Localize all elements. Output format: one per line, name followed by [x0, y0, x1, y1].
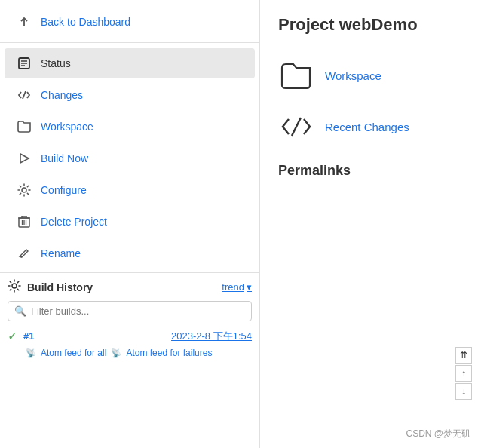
watermark: CSDN @梦无矶	[406, 428, 470, 440]
svg-point-14	[12, 284, 17, 288]
svg-line-5	[23, 91, 26, 99]
chevron-down-icon: ▾	[247, 281, 252, 293]
scroll-down-button[interactable]: ↓	[455, 383, 472, 400]
workspace-link-text[interactable]: Workspace	[325, 69, 381, 82]
main-content: Project webDemo Workspace	[260, 0, 478, 448]
code-icon	[17, 87, 32, 103]
sidebar-item-workspace[interactable]: Workspace	[5, 112, 255, 142]
feed-row: 📡 Atom feed for all 📡 Atom feed for fail…	[8, 346, 252, 360]
configure-label: Configure	[41, 184, 87, 196]
permalinks-title: Permalinks	[278, 163, 460, 179]
rename-label: Rename	[41, 247, 81, 259]
build-history-gear-icon	[8, 279, 21, 295]
scroll-arrows: ⇈ ↑ ↓	[455, 347, 472, 400]
svg-line-13	[20, 256, 22, 257]
folder-icon	[17, 119, 32, 134]
workspace-label: Workspace	[41, 121, 93, 133]
feed-icon-2: 📡	[111, 348, 121, 358]
success-icon: ✓	[8, 329, 17, 343]
build-history-section: Build History trend ▾ 🔍 ✓ #1 2023-2-8 下午…	[0, 272, 259, 363]
svg-marker-6	[20, 154, 29, 163]
recent-changes-link-item[interactable]: Recent Changes	[278, 109, 460, 145]
scroll-up-button[interactable]: ↑	[455, 365, 472, 382]
scroll-top-button[interactable]: ⇈	[455, 347, 472, 364]
workspace-link-icon	[278, 57, 314, 94]
sidebar-item-configure[interactable]: Configure	[5, 175, 255, 205]
document-icon	[17, 56, 32, 71]
arrow-up-icon	[17, 14, 32, 29]
build-history-header: Build History trend ▾	[8, 279, 252, 295]
atom-feed-failures[interactable]: Atom feed for failures	[126, 348, 212, 358]
action-links: Workspace Recent Changes	[278, 57, 460, 145]
page-title: Project webDemo	[278, 15, 460, 35]
gear-icon	[17, 183, 32, 198]
sidebar: Back to Dashboard Status	[0, 0, 260, 448]
trash-icon	[17, 214, 32, 229]
build-time[interactable]: 2023-2-8 下午1:54	[171, 330, 252, 343]
sidebar-item-rename[interactable]: Rename	[5, 238, 255, 268]
sidebar-item-changes[interactable]: Changes	[5, 80, 255, 110]
build-history-label: Build History	[27, 281, 93, 293]
search-icon: 🔍	[14, 305, 26, 317]
recent-changes-link-text[interactable]: Recent Changes	[325, 121, 409, 133]
trend-label: trend	[222, 281, 244, 293]
trend-link[interactable]: trend ▾	[222, 281, 252, 293]
feed-icon-1: 📡	[26, 348, 36, 358]
atom-feed-all[interactable]: Atom feed for all	[41, 348, 106, 358]
changes-label: Changes	[41, 89, 83, 101]
back-label: Back to Dashboard	[41, 16, 130, 28]
svg-point-7	[22, 188, 26, 192]
table-row: ✓ #1 2023-2-8 下午1:54	[8, 326, 252, 346]
build-history-title: Build History	[8, 279, 93, 295]
filter-builds-input[interactable]	[31, 305, 245, 317]
build-number: #1	[23, 330, 34, 342]
status-label: Status	[41, 57, 71, 69]
build-now-label: Build Now	[41, 152, 88, 164]
pencil-icon	[17, 246, 32, 261]
back-to-dashboard[interactable]: Back to Dashboard	[5, 7, 255, 37]
recent-changes-link-icon	[278, 109, 314, 145]
filter-input-wrap[interactable]: 🔍	[8, 301, 252, 321]
sidebar-item-build-now[interactable]: Build Now	[5, 143, 255, 173]
delete-project-label: Delete Project	[41, 216, 107, 228]
workspace-link-item[interactable]: Workspace	[278, 57, 460, 94]
sidebar-item-delete-project[interactable]: Delete Project	[5, 207, 255, 237]
svg-line-15	[292, 118, 301, 136]
play-icon	[17, 151, 32, 166]
sidebar-item-status[interactable]: Status	[5, 48, 255, 78]
